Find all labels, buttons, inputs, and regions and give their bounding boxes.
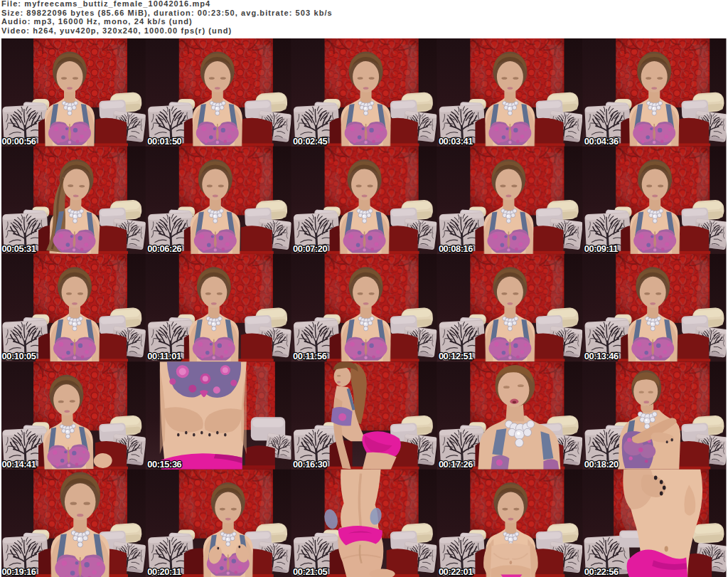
svg-text:00:02:45: 00:02:45 — [293, 136, 327, 147]
svg-text:00:12:51: 00:12:51 — [439, 351, 473, 361]
svg-text:00:01:50: 00:01:50 — [147, 136, 181, 147]
svg-text:00:05:31: 00:05:31 — [2, 243, 36, 254]
svg-text:00:11:01: 00:11:01 — [147, 351, 181, 361]
svg-text:00:13:46: 00:13:46 — [584, 351, 619, 361]
svg-text:00:03:41: 00:03:41 — [439, 136, 473, 147]
svg-text:00:18:20: 00:18:20 — [584, 459, 619, 470]
svg-text:00:00:56: 00:00:56 — [2, 136, 36, 147]
svg-text:00:10:05: 00:10:05 — [2, 351, 36, 361]
svg-text:00:19:16: 00:19:16 — [2, 566, 36, 577]
svg-text:00:16:30: 00:16:30 — [293, 459, 327, 470]
svg-text:00:09:11: 00:09:11 — [584, 243, 619, 254]
svg-text:00:11:56: 00:11:56 — [293, 351, 327, 361]
svg-text:00:14:41: 00:14:41 — [2, 459, 36, 470]
svg-text:00:20:11: 00:20:11 — [147, 566, 181, 577]
svg-text:00:15:36: 00:15:36 — [147, 459, 181, 470]
svg-text:00:07:20: 00:07:20 — [293, 243, 327, 254]
svg-text:00:22:01: 00:22:01 — [439, 566, 473, 577]
svg-text:00:17:26: 00:17:26 — [439, 459, 473, 470]
svg-text:00:22:56: 00:22:56 — [584, 566, 619, 577]
svg-text:00:21:05: 00:21:05 — [293, 566, 327, 577]
svg-text:00:08:16: 00:08:16 — [439, 243, 473, 254]
svg-text:00:04:36: 00:04:36 — [584, 136, 619, 147]
svg-text:00:06:26: 00:06:26 — [147, 243, 181, 254]
